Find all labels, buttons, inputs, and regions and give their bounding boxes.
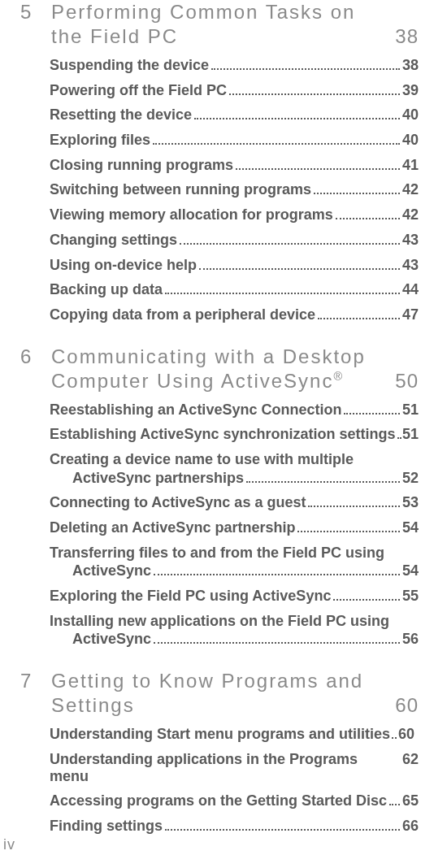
toc-entry: Creating a device name to use with multi… [50,451,419,486]
chapter-5-heading: 5 Performing Common Tasks on the Field P… [20,0,419,49]
leader-dots [229,85,400,95]
entry-label: Suspending the device [50,57,209,74]
leader-dots [154,566,400,576]
entry-label: Resetting the device [50,106,192,124]
toc-entry: Installing new applications on the Field… [50,613,419,648]
entry-label-cont: ActiveSync [72,631,151,648]
leader-dots [397,428,400,439]
toc-entry: Changing settings43 [50,232,419,249]
toc-entry: Switching between running programs42 [50,181,419,198]
toc-entry: Reestablishing an ActiveSync Connection5… [50,401,419,419]
leader-dots [165,284,400,294]
entry-page: 43 [402,232,419,249]
entry-label: Accessing programs on the Getting Starte… [50,792,387,809]
entry-page: 55 [402,588,419,605]
leader-dots [194,110,400,120]
entry-page: 41 [402,157,419,174]
entry-page: 39 [402,82,419,99]
entry-page: 53 [402,494,419,511]
entry-page: 62 [402,751,419,768]
entry-label: Closing running programs [50,157,233,174]
entry-label: Finding settings [50,818,163,835]
entry-label: Switching between running programs [50,181,311,198]
entry-label: Using on-device help [50,257,197,274]
toc-entry: Connecting to ActiveSync as a guest53 [50,494,419,511]
leader-dots [297,522,400,532]
leader-dots [236,159,400,170]
toc-page: 5 Performing Common Tasks on the Field P… [0,0,447,868]
page-number: iv [3,836,15,853]
toc-entry: Establishing ActiveSync synchronization … [50,426,419,443]
entry-label: Backing up data [50,281,163,298]
entry-label: Exploring the Field PC using ActiveSync [50,588,331,605]
toc-entry: Suspending the device38 [50,57,419,74]
entry-label: Connecting to ActiveSync as a guest [50,494,306,511]
chapter-number: 6 [20,345,43,393]
entry-label: Establishing ActiveSync synchronization … [50,426,395,443]
entry-label: Deleting an ActiveSync partnership [50,519,295,536]
entry-label: Powering off the Field PC [50,82,227,99]
chapter-title: Getting to Know Programs and Settings [51,669,385,718]
entry-page: 38 [402,57,419,74]
chapter-6-entries: Reestablishing an ActiveSync Connection5… [50,401,419,649]
leader-dots [392,728,397,739]
entry-page: 51 [402,426,419,443]
toc-entry: Transferring files to and from the Field… [50,545,419,579]
toc-entry: Resetting the device40 [50,106,419,124]
entry-page: 47 [402,306,419,323]
leader-dots [389,795,400,805]
entry-page: 43 [402,257,419,274]
chapter-page: 38 [395,24,419,49]
chapter-7-heading: 7 Getting to Know Programs and Settings … [20,669,419,718]
chapter-page: 60 [395,693,419,718]
entry-label: Viewing memory allocation for programs [50,206,333,224]
toc-entry: Viewing memory allocation for programs42 [50,206,419,224]
toc-entry: Exploring the Field PC using ActiveSync5… [50,588,419,605]
toc-entry: Deleting an ActiveSync partnership54 [50,519,419,536]
entry-page: 51 [402,401,419,419]
entry-label: Installing new applications on the Field… [50,613,389,630]
entry-label-cont: ActiveSync [72,562,151,579]
toc-entry: Copying data from a peripheral device47 [50,306,419,323]
entry-label: Understanding Start menu programs and ut… [50,726,390,743]
toc-entry: Understanding Start menu programs and ut… [50,726,419,743]
entry-page: 40 [402,132,419,149]
entry-label: Transferring files to and from the Field… [50,545,384,562]
entry-page: 56 [402,631,419,648]
leader-dots [211,59,400,70]
entry-label: Creating a device name to use with multi… [50,451,354,468]
chapter-title: Performing Common Tasks on the Field PC [51,0,385,49]
chapter-6-heading: 6 Communicating with a Desktop Computer … [20,345,419,393]
leader-dots [336,209,400,219]
toc-entry: Powering off the Field PC39 [50,82,419,99]
leader-dots [308,497,400,508]
leader-dots [154,634,400,644]
toc-entry: Exploring files40 [50,132,419,149]
leader-dots [180,234,400,245]
entry-page: 44 [402,281,419,298]
entry-page: 54 [402,519,419,536]
entry-label: Copying data from a peripheral device [50,306,315,323]
toc-entry: Backing up data44 [50,281,419,298]
entry-page: 42 [402,206,419,224]
entry-label: Understanding applications in the Progra… [50,751,397,784]
entry-page: 60 [398,726,414,743]
entry-label: Reestablishing an ActiveSync Connection [50,401,341,419]
entry-label-cont: ActiveSync partnerships [72,470,244,487]
leader-dots [153,134,400,145]
leader-dots [344,404,400,414]
chapter-page: 50 [395,369,419,393]
toc-entry: Understanding applications in the Progra… [50,751,419,784]
leader-dots [314,184,400,195]
chapter-number: 7 [20,669,43,718]
chapter-title: Communicating with a Desktop Computer Us… [51,345,385,393]
toc-entry: Closing running programs41 [50,157,419,174]
entry-page: 54 [402,562,419,579]
chapter-7-entries: Understanding Start menu programs and ut… [50,726,419,834]
leader-dots [246,472,400,483]
entry-label: Changing settings [50,232,177,249]
entry-label: Exploring files [50,132,150,149]
entry-page: 52 [402,470,419,487]
entry-page: 40 [402,106,419,124]
entry-page: 66 [402,818,419,835]
